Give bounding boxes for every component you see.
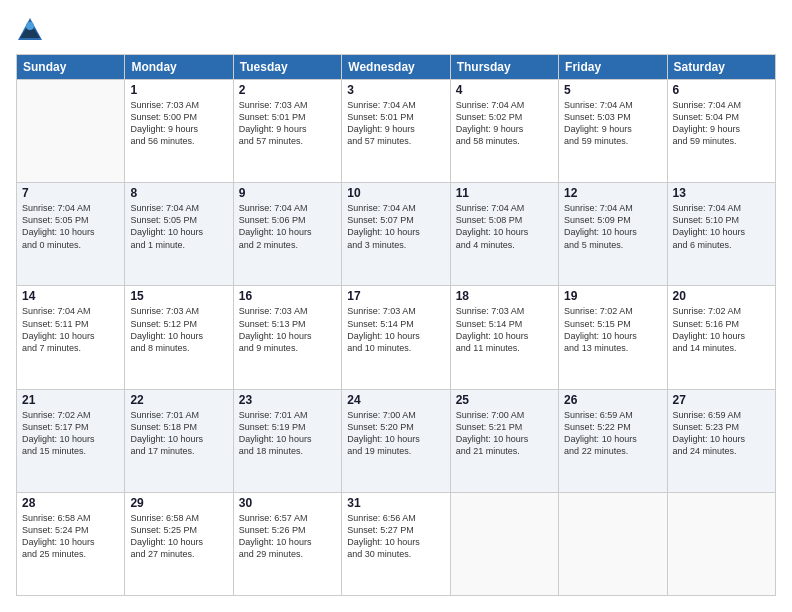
day-info: Sunrise: 7:04 AM Sunset: 5:04 PM Dayligh… [673, 99, 770, 148]
day-info: Sunrise: 7:04 AM Sunset: 5:11 PM Dayligh… [22, 305, 119, 354]
day-number: 27 [673, 393, 770, 407]
calendar-cell: 4Sunrise: 7:04 AM Sunset: 5:02 PM Daylig… [450, 80, 558, 183]
day-number: 6 [673, 83, 770, 97]
day-info: Sunrise: 7:01 AM Sunset: 5:19 PM Dayligh… [239, 409, 336, 458]
calendar-cell [667, 492, 775, 595]
day-info: Sunrise: 7:04 AM Sunset: 5:10 PM Dayligh… [673, 202, 770, 251]
calendar-cell: 10Sunrise: 7:04 AM Sunset: 5:07 PM Dayli… [342, 183, 450, 286]
day-number: 11 [456, 186, 553, 200]
weekday-header-tuesday: Tuesday [233, 55, 341, 80]
calendar-cell: 13Sunrise: 7:04 AM Sunset: 5:10 PM Dayli… [667, 183, 775, 286]
calendar-cell: 16Sunrise: 7:03 AM Sunset: 5:13 PM Dayli… [233, 286, 341, 389]
calendar-cell: 12Sunrise: 7:04 AM Sunset: 5:09 PM Dayli… [559, 183, 667, 286]
day-number: 16 [239, 289, 336, 303]
day-number: 17 [347, 289, 444, 303]
week-row-0: 1Sunrise: 7:03 AM Sunset: 5:00 PM Daylig… [17, 80, 776, 183]
day-info: Sunrise: 7:00 AM Sunset: 5:21 PM Dayligh… [456, 409, 553, 458]
calendar-cell [17, 80, 125, 183]
day-number: 9 [239, 186, 336, 200]
calendar-cell [559, 492, 667, 595]
calendar-cell: 2Sunrise: 7:03 AM Sunset: 5:01 PM Daylig… [233, 80, 341, 183]
day-number: 19 [564, 289, 661, 303]
calendar-cell: 8Sunrise: 7:04 AM Sunset: 5:05 PM Daylig… [125, 183, 233, 286]
day-number: 10 [347, 186, 444, 200]
day-number: 20 [673, 289, 770, 303]
week-row-4: 28Sunrise: 6:58 AM Sunset: 5:24 PM Dayli… [17, 492, 776, 595]
calendar-cell: 29Sunrise: 6:58 AM Sunset: 5:25 PM Dayli… [125, 492, 233, 595]
day-info: Sunrise: 6:57 AM Sunset: 5:26 PM Dayligh… [239, 512, 336, 561]
calendar-cell [450, 492, 558, 595]
day-number: 12 [564, 186, 661, 200]
calendar-cell: 7Sunrise: 7:04 AM Sunset: 5:05 PM Daylig… [17, 183, 125, 286]
day-info: Sunrise: 7:02 AM Sunset: 5:15 PM Dayligh… [564, 305, 661, 354]
day-number: 29 [130, 496, 227, 510]
day-info: Sunrise: 7:04 AM Sunset: 5:05 PM Dayligh… [22, 202, 119, 251]
calendar-cell: 11Sunrise: 7:04 AM Sunset: 5:08 PM Dayli… [450, 183, 558, 286]
calendar-cell: 24Sunrise: 7:00 AM Sunset: 5:20 PM Dayli… [342, 389, 450, 492]
day-info: Sunrise: 7:03 AM Sunset: 5:13 PM Dayligh… [239, 305, 336, 354]
day-number: 22 [130, 393, 227, 407]
day-number: 25 [456, 393, 553, 407]
calendar-cell: 23Sunrise: 7:01 AM Sunset: 5:19 PM Dayli… [233, 389, 341, 492]
day-info: Sunrise: 6:56 AM Sunset: 5:27 PM Dayligh… [347, 512, 444, 561]
calendar-cell: 1Sunrise: 7:03 AM Sunset: 5:00 PM Daylig… [125, 80, 233, 183]
calendar-table: SundayMondayTuesdayWednesdayThursdayFrid… [16, 54, 776, 596]
day-number: 5 [564, 83, 661, 97]
weekday-header-monday: Monday [125, 55, 233, 80]
day-info: Sunrise: 7:04 AM Sunset: 5:02 PM Dayligh… [456, 99, 553, 148]
week-row-2: 14Sunrise: 7:04 AM Sunset: 5:11 PM Dayli… [17, 286, 776, 389]
day-info: Sunrise: 6:58 AM Sunset: 5:24 PM Dayligh… [22, 512, 119, 561]
day-number: 14 [22, 289, 119, 303]
day-number: 2 [239, 83, 336, 97]
day-number: 15 [130, 289, 227, 303]
calendar-cell: 20Sunrise: 7:02 AM Sunset: 5:16 PM Dayli… [667, 286, 775, 389]
day-info: Sunrise: 7:03 AM Sunset: 5:14 PM Dayligh… [347, 305, 444, 354]
calendar-cell: 3Sunrise: 7:04 AM Sunset: 5:01 PM Daylig… [342, 80, 450, 183]
day-info: Sunrise: 6:59 AM Sunset: 5:23 PM Dayligh… [673, 409, 770, 458]
logo-icon [16, 16, 44, 44]
calendar-body: 1Sunrise: 7:03 AM Sunset: 5:00 PM Daylig… [17, 80, 776, 596]
svg-point-2 [26, 22, 34, 30]
day-number: 8 [130, 186, 227, 200]
header [16, 16, 776, 44]
day-number: 31 [347, 496, 444, 510]
day-info: Sunrise: 7:03 AM Sunset: 5:12 PM Dayligh… [130, 305, 227, 354]
calendar-cell: 31Sunrise: 6:56 AM Sunset: 5:27 PM Dayli… [342, 492, 450, 595]
day-info: Sunrise: 6:58 AM Sunset: 5:25 PM Dayligh… [130, 512, 227, 561]
calendar-cell: 25Sunrise: 7:00 AM Sunset: 5:21 PM Dayli… [450, 389, 558, 492]
day-number: 1 [130, 83, 227, 97]
weekday-header-sunday: Sunday [17, 55, 125, 80]
calendar-cell: 18Sunrise: 7:03 AM Sunset: 5:14 PM Dayli… [450, 286, 558, 389]
calendar-cell: 17Sunrise: 7:03 AM Sunset: 5:14 PM Dayli… [342, 286, 450, 389]
day-number: 7 [22, 186, 119, 200]
weekday-header-row: SundayMondayTuesdayWednesdayThursdayFrid… [17, 55, 776, 80]
day-info: Sunrise: 6:59 AM Sunset: 5:22 PM Dayligh… [564, 409, 661, 458]
day-info: Sunrise: 7:03 AM Sunset: 5:01 PM Dayligh… [239, 99, 336, 148]
day-number: 23 [239, 393, 336, 407]
calendar-cell: 21Sunrise: 7:02 AM Sunset: 5:17 PM Dayli… [17, 389, 125, 492]
calendar-cell: 6Sunrise: 7:04 AM Sunset: 5:04 PM Daylig… [667, 80, 775, 183]
day-number: 13 [673, 186, 770, 200]
weekday-header-thursday: Thursday [450, 55, 558, 80]
day-info: Sunrise: 7:04 AM Sunset: 5:08 PM Dayligh… [456, 202, 553, 251]
day-info: Sunrise: 7:03 AM Sunset: 5:00 PM Dayligh… [130, 99, 227, 148]
day-number: 30 [239, 496, 336, 510]
day-number: 3 [347, 83, 444, 97]
day-info: Sunrise: 7:02 AM Sunset: 5:17 PM Dayligh… [22, 409, 119, 458]
day-info: Sunrise: 7:04 AM Sunset: 5:03 PM Dayligh… [564, 99, 661, 148]
calendar-cell: 26Sunrise: 6:59 AM Sunset: 5:22 PM Dayli… [559, 389, 667, 492]
day-info: Sunrise: 7:00 AM Sunset: 5:20 PM Dayligh… [347, 409, 444, 458]
day-number: 26 [564, 393, 661, 407]
day-number: 21 [22, 393, 119, 407]
calendar-cell: 19Sunrise: 7:02 AM Sunset: 5:15 PM Dayli… [559, 286, 667, 389]
weekday-header-friday: Friday [559, 55, 667, 80]
day-number: 4 [456, 83, 553, 97]
day-info: Sunrise: 7:01 AM Sunset: 5:18 PM Dayligh… [130, 409, 227, 458]
calendar-cell: 5Sunrise: 7:04 AM Sunset: 5:03 PM Daylig… [559, 80, 667, 183]
logo [16, 16, 48, 44]
week-row-1: 7Sunrise: 7:04 AM Sunset: 5:05 PM Daylig… [17, 183, 776, 286]
day-number: 18 [456, 289, 553, 303]
day-info: Sunrise: 7:03 AM Sunset: 5:14 PM Dayligh… [456, 305, 553, 354]
calendar-cell: 27Sunrise: 6:59 AM Sunset: 5:23 PM Dayli… [667, 389, 775, 492]
day-info: Sunrise: 7:04 AM Sunset: 5:09 PM Dayligh… [564, 202, 661, 251]
